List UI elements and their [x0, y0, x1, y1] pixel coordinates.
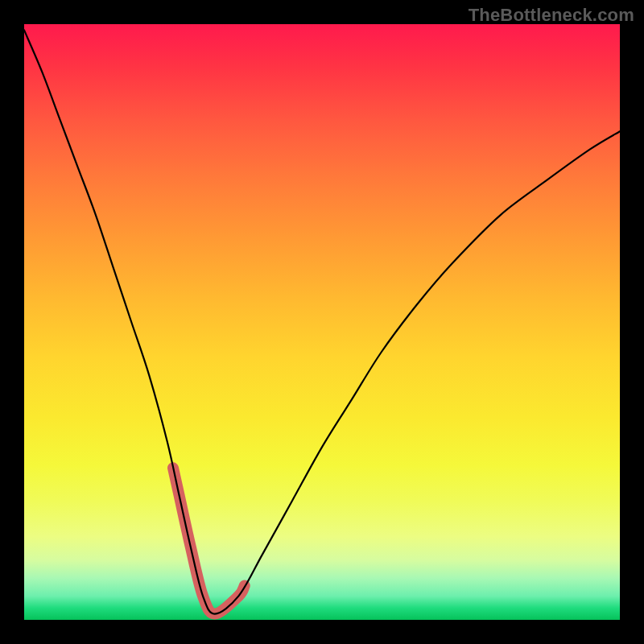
- watermark-text: TheBottleneck.com: [469, 5, 634, 26]
- optimum-highlight: [173, 468, 245, 613]
- bottleneck-curve: [24, 30, 620, 613]
- plot-area: [24, 24, 620, 620]
- curve-layer: [24, 24, 620, 620]
- chart-frame: TheBottleneck.com: [0, 0, 644, 644]
